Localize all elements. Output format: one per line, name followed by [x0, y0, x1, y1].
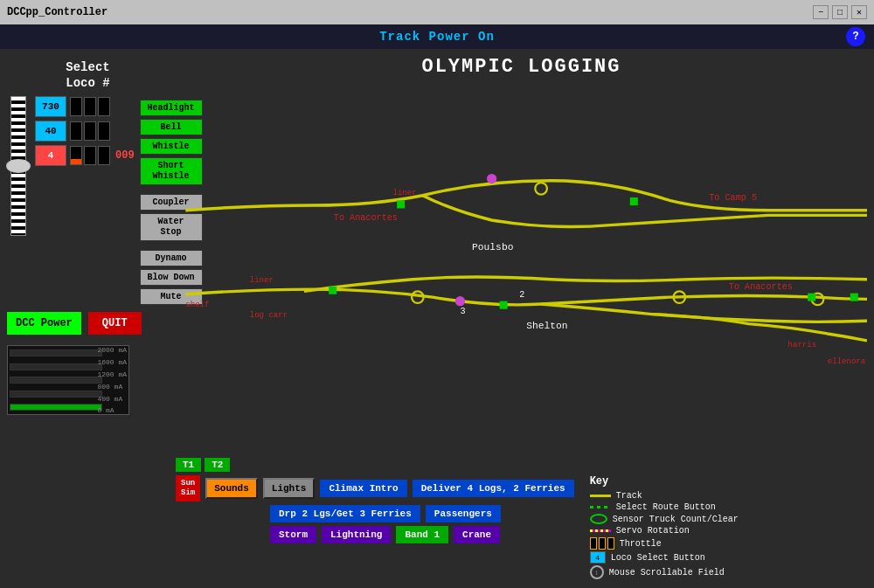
train-marker-bottom-1	[455, 296, 465, 306]
passengers-button[interactable]: Passengers	[426, 505, 501, 522]
log-carr-label: log carr	[250, 310, 288, 320]
sensor-bottom-2[interactable]	[500, 301, 508, 309]
track-title: OLYMPIC LOGGING	[176, 56, 867, 78]
sensor-bottom-3[interactable]	[808, 294, 815, 301]
band1-button[interactable]: Band 1	[396, 526, 448, 543]
ammeter-bar	[10, 363, 102, 370]
throttle-box	[70, 121, 82, 141]
close-button[interactable]: ✕	[851, 5, 867, 19]
quit-button[interactable]: QUIT	[88, 312, 142, 335]
loco-730-button[interactable]: 730	[35, 96, 66, 117]
sounds-button[interactable]: Sounds	[205, 478, 258, 499]
key-throttle: Throttle	[590, 537, 739, 550]
ammeter-bar	[10, 377, 102, 384]
key-loco: 4 Loco Select Button	[590, 551, 739, 564]
help-button[interactable]: ?	[846, 27, 865, 46]
to-camp5-label: To Camp 5	[709, 193, 757, 203]
ammeter-bar	[10, 391, 102, 398]
select-loco-label: SelectLoco #	[7, 59, 169, 91]
right-panel: OLYMPIC LOGGING To Anacortes	[176, 56, 867, 581]
ammeter-label: 2000 mA	[97, 346, 127, 354]
throttle-box	[70, 146, 82, 165]
sensor-bottom-1[interactable]	[329, 287, 336, 294]
throttle-40[interactable]	[70, 121, 110, 141]
storm-button[interactable]: Storm	[270, 526, 316, 543]
key-servo-line	[590, 529, 611, 532]
ammeter-bars	[10, 349, 102, 411]
throttle-730[interactable]	[70, 97, 110, 116]
ammeter-label: 1200 mA	[97, 370, 127, 378]
track-bottom-branch3	[649, 314, 867, 322]
key-route: Select Route Button	[590, 502, 739, 512]
key-track-line	[590, 495, 611, 497]
loco-area: 730 40 4	[7, 96, 169, 305]
status-bar: Track Power On ?	[0, 24, 874, 49]
loco-40-button[interactable]: 40	[35, 121, 66, 142]
power-quit-row: DCC Power QUIT	[7, 312, 169, 335]
throttle-box	[98, 97, 110, 116]
key-sensor-label: Sensor Truck Count/Clear	[613, 515, 739, 524]
ammeter-label: 800 mA	[97, 383, 127, 391]
route-section: SunSim Sounds Lights Climax Intro Delive…	[176, 475, 574, 547]
status-text: Track Power On	[379, 30, 495, 44]
t-buttons-row: T1 T2	[176, 458, 867, 472]
throttle-4[interactable]	[70, 146, 110, 165]
deliver-logs-button[interactable]: Deliver 4 Logs, 2 Ferries	[413, 480, 574, 497]
throttle-box	[98, 146, 110, 165]
track-svg: To Anacortes Poulsbo To Camp 5 liner	[176, 85, 867, 454]
train-icon	[6, 159, 31, 173]
key-scroll: ↕ Mouse Scrollable Field	[590, 565, 739, 579]
num3-label: 3	[460, 307, 465, 316]
route-row-1: SunSim Sounds Lights Climax Intro Delive…	[176, 475, 574, 502]
throttle-box	[84, 146, 96, 165]
liner-mid-label: liner	[250, 275, 274, 285]
key-scroll-icon: ↕	[590, 565, 604, 579]
key-servo: Servo Rotation	[590, 526, 739, 536]
throttle-box	[84, 97, 96, 116]
harris-label: harris	[788, 340, 817, 349]
track-top-main	[185, 181, 867, 211]
drop-logs-button[interactable]: Drp 2 Lgs/Get 3 Ferries	[270, 505, 420, 522]
ammeter-labels: 2000 mA 1600 mA 1200 mA 800 mA 400 mA 0 …	[97, 346, 127, 414]
sensor-top-1[interactable]	[397, 200, 405, 208]
poulsbo-turnout[interactable]	[535, 183, 547, 195]
throttle-box	[84, 121, 96, 141]
key-loco-icon: 4	[590, 551, 606, 564]
to-anacortes-top-label: To Anacortes	[334, 213, 398, 223]
speed-track-area	[10, 96, 26, 236]
key-section: Key Track Select Route Button Sensor Tru…	[590, 475, 739, 581]
loco-4-button[interactable]: 4	[35, 145, 66, 166]
dcc-power-button[interactable]: DCC Power	[7, 312, 81, 335]
key-title: Key	[590, 475, 739, 488]
window-controls: − □ ✕	[813, 5, 867, 19]
throttle-box	[70, 97, 82, 116]
key-loco-label: Loco Select Button	[611, 553, 705, 563]
crane-button[interactable]: Crane	[454, 526, 500, 543]
lightning-button[interactable]: Lightning	[322, 526, 391, 543]
key-route-label: Select Route Button	[616, 502, 716, 512]
sun-sim-button[interactable]: SunSim	[176, 475, 200, 502]
route-row-2: Drp 2 Lgs/Get 3 Ferries Passengers	[176, 505, 574, 522]
ammeter-label: 1600 mA	[97, 358, 127, 366]
script-row: Storm Lightning Band 1 Crane	[176, 526, 574, 543]
poulsbo-label: Poulsbo	[472, 242, 514, 252]
main-content: SelectLoco # 730	[0, 49, 874, 588]
lights-button[interactable]: Lights	[263, 478, 316, 499]
ammeter-bar	[10, 349, 102, 356]
ammeter-label: 0 mA	[97, 406, 127, 414]
loco-selectors: 730 40 4	[35, 96, 135, 166]
sensor-top-2[interactable]	[630, 197, 638, 205]
t1-button[interactable]: T1	[176, 458, 201, 472]
speed-track[interactable]	[10, 96, 26, 236]
key-route-line	[590, 506, 611, 508]
climax-intro-button[interactable]: Climax Intro	[320, 480, 406, 497]
liner-top-label: liner	[393, 188, 417, 197]
track-diagram: To Anacortes Poulsbo To Camp 5 liner	[176, 85, 867, 454]
shelton-label: Shelton	[526, 321, 567, 331]
minimize-button[interactable]: −	[813, 5, 829, 19]
num2-label: 2	[519, 290, 524, 300]
sensor-bottom-4[interactable]	[850, 294, 858, 301]
t2-button[interactable]: T2	[205, 458, 230, 472]
key-throttle-label: Throttle	[620, 539, 662, 549]
maximize-button[interactable]: □	[832, 5, 848, 19]
